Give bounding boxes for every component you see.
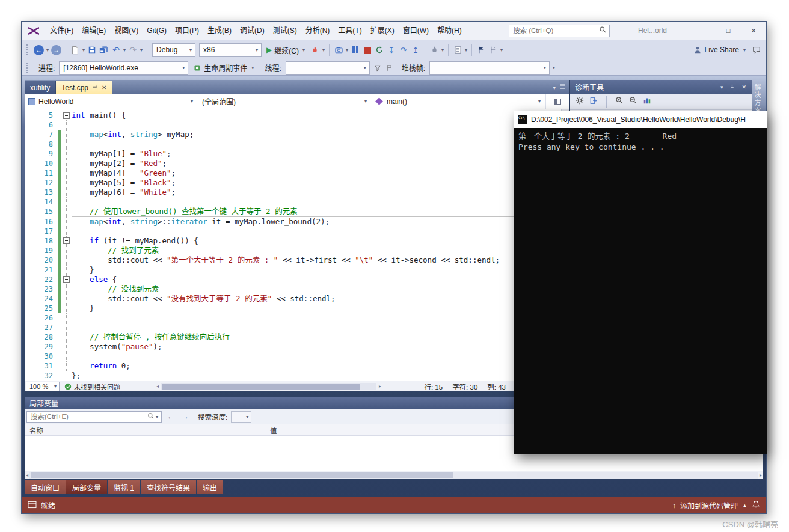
column-name[interactable]: 名称	[25, 424, 265, 435]
window-options-icon[interactable]	[559, 84, 569, 94]
menu-item[interactable]: 帮助(H)	[433, 22, 466, 40]
locals-search-box[interactable]: ▾	[26, 411, 162, 423]
search-icon[interactable]	[599, 26, 607, 35]
maximize-button[interactable]: □	[716, 22, 741, 40]
panel-tab[interactable]: 监视 1	[108, 480, 140, 494]
editor-horizontal-scrollbar[interactable]: ◂ ▸	[155, 383, 382, 390]
bookmark-button[interactable]	[475, 43, 487, 57]
code-text[interactable]	[72, 120, 561, 130]
continue-button[interactable]: ▶ 继续(C) ▾	[263, 43, 309, 57]
diagnostics-dropdown[interactable]: ▾	[345, 47, 349, 53]
breakpoint-margin[interactable]	[25, 265, 34, 275]
code-text[interactable]: // 控制台暂停 , 按任意键继续向后执行	[72, 332, 561, 342]
code-text[interactable]: myMap[4] = "Green";	[72, 168, 561, 178]
code-text[interactable]: std::cout << "没有找到大于等于 2 的元素" << std::en…	[72, 294, 561, 304]
lifecycle-events-button[interactable]: 生命周期事件 ▾	[190, 61, 259, 75]
breakpoint-margin[interactable]	[25, 168, 34, 178]
scrollbar-thumb[interactable]	[162, 384, 360, 390]
step-into-button[interactable]: ↧	[385, 43, 398, 57]
document-tab-testcpp[interactable]: Test.cpp ✕	[56, 81, 112, 94]
code-text[interactable]: myMap[5] = "Black";	[72, 178, 561, 188]
panel-tab[interactable]: 局部变量	[66, 480, 107, 494]
code-text[interactable]: // 找到了元素	[72, 246, 561, 255]
breakpoint-margin[interactable]	[25, 246, 34, 255]
breakpoint-margin[interactable]	[25, 120, 34, 130]
breakpoint-margin[interactable]	[25, 342, 34, 352]
document-outline-button[interactable]	[452, 43, 464, 57]
search-depth-combo[interactable]: ▾	[231, 411, 251, 423]
breakpoint-margin[interactable]	[25, 255, 34, 265]
source-control-chevron[interactable]: ▲	[742, 503, 748, 509]
document-outline-dropdown[interactable]: ▾	[464, 47, 468, 53]
code-text[interactable]: std::cout << "第一个大于等于 2 的元素 : " << it->f…	[72, 255, 561, 265]
code-text[interactable]	[72, 197, 561, 207]
breakpoint-margin[interactable]	[25, 227, 34, 236]
flag-threads-button[interactable]	[384, 61, 396, 75]
menu-item[interactable]: 测试(S)	[269, 22, 301, 40]
breakpoint-margin[interactable]	[25, 371, 34, 381]
code-text[interactable]: system("pause");	[72, 342, 561, 352]
new-file-button[interactable]	[69, 43, 81, 57]
code-health-indicator[interactable]: 未找到相关问题	[64, 382, 120, 391]
panel-tab[interactable]: 自动窗口	[25, 480, 66, 494]
chart-icon[interactable]	[643, 96, 651, 107]
collapse-toggle[interactable]	[63, 112, 70, 119]
member-dropdown[interactable]: main() ▾	[372, 94, 546, 109]
menu-item[interactable]: Git(G)	[143, 22, 171, 40]
restart-button[interactable]	[373, 43, 385, 57]
breakpoint-margin[interactable]	[25, 352, 34, 361]
search-icon[interactable]	[147, 411, 155, 422]
tab-list-dropdown[interactable]: ▾	[553, 85, 559, 94]
breakpoint-margin[interactable]	[25, 197, 34, 207]
code-text[interactable]: if (it != myMap.end()) {	[72, 236, 561, 246]
undo-dropdown[interactable]: ▾	[122, 47, 127, 53]
menu-item[interactable]: 工具(T)	[334, 22, 366, 40]
search-prev-button[interactable]: ←	[165, 412, 176, 421]
code-text[interactable]	[72, 227, 561, 236]
toolbar-overflow[interactable]: ▾	[551, 65, 556, 70]
close-icon[interactable]: ✕	[740, 84, 748, 90]
scope-dropdown[interactable]: (全局范围) ▾	[198, 94, 372, 109]
code-text[interactable]: map<int, string>::iterator it = myMap.lo…	[72, 217, 561, 227]
breakpoint-margin[interactable]	[25, 304, 34, 313]
pin-icon[interactable]	[728, 84, 736, 91]
add-to-source-control-button[interactable]: 添加到源代码管理	[680, 500, 738, 510]
export-icon[interactable]	[589, 96, 598, 107]
console-output[interactable]: 第一个大于等于 2 的元素 : 2 RedPress any key to co…	[514, 128, 767, 454]
zoom-in-icon[interactable]	[615, 96, 624, 107]
menu-item[interactable]: 文件(F)	[46, 22, 78, 40]
code-text[interactable]: myMap[6] = "White";	[72, 188, 561, 197]
new-file-dropdown[interactable]: ▾	[81, 47, 86, 53]
navigate-forward-button[interactable]: →	[50, 43, 63, 57]
code-text[interactable]	[72, 313, 561, 323]
breakpoint-margin[interactable]	[25, 159, 34, 168]
hot-reload-dropdown[interactable]: ▾	[321, 47, 326, 53]
process-combo[interactable]: [12860] HelloWorld.exe▾	[59, 61, 188, 75]
filter-threads-button[interactable]	[372, 61, 384, 75]
scrollbar-thumb[interactable]	[31, 472, 453, 478]
breakpoint-margin[interactable]	[25, 178, 34, 188]
breakpoint-margin[interactable]	[25, 149, 34, 159]
hot-reload-apply-button[interactable]	[428, 43, 440, 57]
save-all-button[interactable]	[98, 43, 110, 57]
code-text[interactable]	[72, 139, 561, 149]
breakpoint-margin[interactable]	[25, 111, 34, 120]
breakpoint-margin[interactable]	[25, 313, 34, 323]
step-over-button[interactable]: ↷	[398, 43, 410, 57]
code-text[interactable]: }	[72, 265, 561, 275]
pin-icon[interactable]	[92, 84, 98, 92]
live-share-button[interactable]: Live Share ▾	[690, 46, 751, 54]
panel-tab[interactable]: 输出	[197, 480, 223, 494]
breakpoint-margin[interactable]	[25, 139, 34, 149]
navigate-back-button[interactable]: ←	[32, 43, 45, 57]
code-text[interactable]: // 没找到元素	[72, 284, 561, 294]
close-tab-icon[interactable]: ✕	[102, 84, 106, 91]
navigate-back-dropdown[interactable]: ▾	[45, 47, 50, 53]
stack-frame-combo[interactable]: ▾	[429, 61, 550, 75]
breakpoint-margin[interactable]	[25, 236, 34, 246]
code-text[interactable]: else {	[72, 275, 561, 284]
code-text[interactable]: // 使用lower_bound() 查找第一个键 大于等于 2 的元素	[72, 207, 561, 216]
show-diagnostics-button[interactable]	[333, 43, 345, 57]
breakpoint-margin[interactable]	[25, 275, 34, 284]
hot-reload-apply-dropdown[interactable]: ▾	[440, 47, 445, 53]
